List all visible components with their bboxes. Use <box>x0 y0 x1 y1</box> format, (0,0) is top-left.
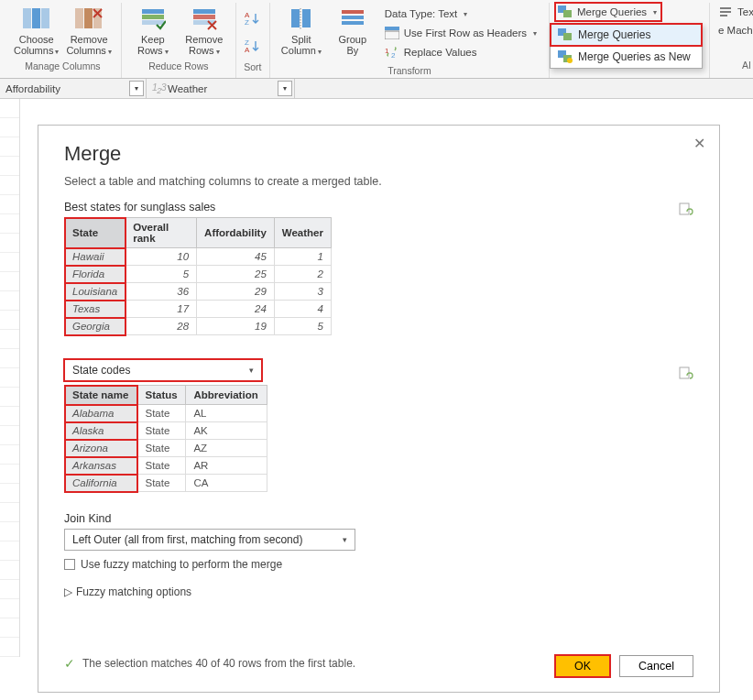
svg-rect-20 <box>291 9 300 27</box>
table-row[interactable]: Hawaii10451 <box>65 248 332 266</box>
cancel-button[interactable]: Cancel <box>619 655 693 677</box>
group-transform: SplitColumn▾ GroupBy Data Type: Text▾ Us… <box>270 3 550 78</box>
second-table-preview[interactable]: State nameStatusAbbreviationAlabamaState… <box>64 385 267 492</box>
remove-columns-button[interactable]: RemoveColumns▾ <box>62 3 115 59</box>
column-header[interactable]: State name <box>65 386 138 405</box>
replace-values-button[interactable]: 12 Replace Values <box>382 43 540 61</box>
table-header-icon <box>385 26 399 40</box>
table-row[interactable]: Louisiana36293 <box>65 283 332 301</box>
column-filter-button[interactable]: ▾ <box>129 81 144 96</box>
remove-rows-button[interactable]: RemoveRows▾ <box>179 3 230 59</box>
svg-rect-8 <box>142 9 164 14</box>
svg-rect-0 <box>23 8 31 28</box>
close-button[interactable]: ✕ <box>690 135 708 153</box>
table-row[interactable]: Texas17244 <box>65 301 332 318</box>
column-header-affordability[interactable]: Affordability ▾ <box>0 79 147 98</box>
column-header[interactable]: State <box>65 218 126 248</box>
remove-columns-label: RemoveColumns <box>66 34 107 56</box>
choose-columns-label: ChooseColumns <box>14 34 54 56</box>
azure-ml-partial: e Machine Learning <box>715 21 753 39</box>
column-header[interactable]: Weather <box>274 218 331 248</box>
table-row[interactable]: Georgia28195 <box>65 318 332 335</box>
svg-rect-21 <box>302 9 311 27</box>
column-header[interactable]: Status <box>137 386 186 405</box>
group-by-icon <box>338 5 367 32</box>
svg-rect-1 <box>32 8 40 28</box>
column-filter-button[interactable]: ▾ <box>278 81 292 96</box>
caret-icon: ▾ <box>55 48 59 56</box>
svg-rect-9 <box>142 15 164 19</box>
merge-dialog: ✕ Merge Select a table and matching colu… <box>38 125 720 693</box>
merge-queries-button[interactable]: Merge Queries▾ <box>555 3 661 21</box>
second-table-select[interactable]: State codes▾ <box>64 359 262 381</box>
group-by-label: GroupBy <box>339 34 367 56</box>
dialog-description: Select a table and matching columns to c… <box>64 175 693 188</box>
data-grid-header: Affordability ▾ 123 Weather ▾ <box>0 79 753 99</box>
check-icon: ✓ <box>64 656 75 671</box>
ribbon-toolbar: ChooseColumns▾ RemoveColumns▾ Manage Col… <box>0 0 753 79</box>
table-row[interactable]: AlabamaStateAL <box>65 405 267 422</box>
merge-icon <box>558 28 573 41</box>
group-label-manage-columns: Manage Columns <box>25 60 100 71</box>
remove-columns-icon <box>74 5 104 32</box>
fuzzy-matching-checkbox[interactable]: Use fuzzy matching to perform the merge <box>64 558 693 571</box>
text-analytics-button[interactable]: Text Analytics <box>715 3 753 21</box>
group-by-button[interactable]: GroupBy <box>327 3 378 58</box>
keep-rows-label: KeepRows <box>137 34 165 56</box>
sort-asc-button[interactable]: AZ <box>242 6 264 32</box>
join-kind-label: Join Kind <box>64 512 693 525</box>
svg-point-36 <box>567 58 573 63</box>
join-kind-select[interactable]: Left Outer (all from first, matching fro… <box>64 529 355 551</box>
sort-asc-icon: AZ <box>245 10 261 28</box>
caret-icon: ▾ <box>318 48 322 56</box>
caret-icon: ▾ <box>343 535 347 544</box>
column-header[interactable]: Abbreviation <box>186 386 267 405</box>
svg-rect-11 <box>193 9 215 14</box>
first-row-headers-button[interactable]: Use First Row as Headers▾ <box>382 24 540 42</box>
svg-text:Z: Z <box>245 18 249 27</box>
refresh-preview-icon[interactable] <box>679 366 693 381</box>
merge-new-icon <box>558 50 573 63</box>
svg-rect-4 <box>84 8 93 28</box>
data-type-button[interactable]: Data Type: Text▾ <box>382 5 540 23</box>
split-column-icon <box>287 5 316 32</box>
fuzzy-options-expander[interactable]: ▷ Fuzzy matching options <box>64 585 693 598</box>
caret-icon: ▾ <box>165 48 169 56</box>
svg-rect-31 <box>563 10 572 17</box>
table-row[interactable]: CaliforniaStateCA <box>65 475 267 492</box>
replace-icon: 12 <box>385 45 399 60</box>
svg-rect-25 <box>342 21 364 25</box>
svg-rect-12 <box>193 15 215 19</box>
svg-rect-26 <box>385 27 399 30</box>
remove-rows-icon <box>190 5 219 32</box>
group-ai-insights: Text Analytics e Machine Learning AI Ins… <box>710 3 753 78</box>
svg-rect-10 <box>142 20 164 25</box>
dropdown-merge-queries-new[interactable]: Merge Queries as New <box>551 46 702 68</box>
svg-text:A: A <box>245 46 250 54</box>
dropdown-merge-queries[interactable]: Merge Queries <box>551 24 702 46</box>
refresh-preview-icon[interactable] <box>679 202 693 217</box>
table-row[interactable]: ArizonaStateAZ <box>65 440 267 457</box>
group-label-transform: Transform <box>387 65 431 76</box>
split-column-button[interactable]: SplitColumn▾ <box>276 3 327 59</box>
keep-rows-button[interactable]: KeepRows▾ <box>127 3 179 59</box>
group-label-ai: AI Insights <box>742 60 753 71</box>
svg-rect-33 <box>563 33 572 40</box>
svg-rect-23 <box>342 10 364 14</box>
caret-icon: ▾ <box>533 29 537 38</box>
merge-icon <box>558 5 573 19</box>
checkbox-icon <box>64 559 75 570</box>
table-row[interactable]: ArkansasStateAR <box>65 457 267 475</box>
svg-rect-41 <box>680 367 689 378</box>
choose-columns-button[interactable]: ChooseColumns▾ <box>10 3 62 59</box>
sort-desc-button[interactable]: ZA <box>242 34 264 60</box>
table-row[interactable]: Florida5252 <box>65 266 332 283</box>
ok-button[interactable]: OK <box>555 655 610 677</box>
column-header-weather[interactable]: 123 Weather ▾ <box>147 79 295 98</box>
column-header[interactable]: Affordability <box>197 218 275 248</box>
table-row[interactable]: AlaskaStateAK <box>65 422 267 440</box>
column-header[interactable]: Overall rank <box>126 218 197 248</box>
first-table-preview[interactable]: StateOverall rankAffordabilityWeatherHaw… <box>64 217 332 335</box>
group-combine: Merge Queries▾ n Combine Merge Queries M… <box>550 3 710 78</box>
group-label-sort: Sort <box>244 61 261 72</box>
